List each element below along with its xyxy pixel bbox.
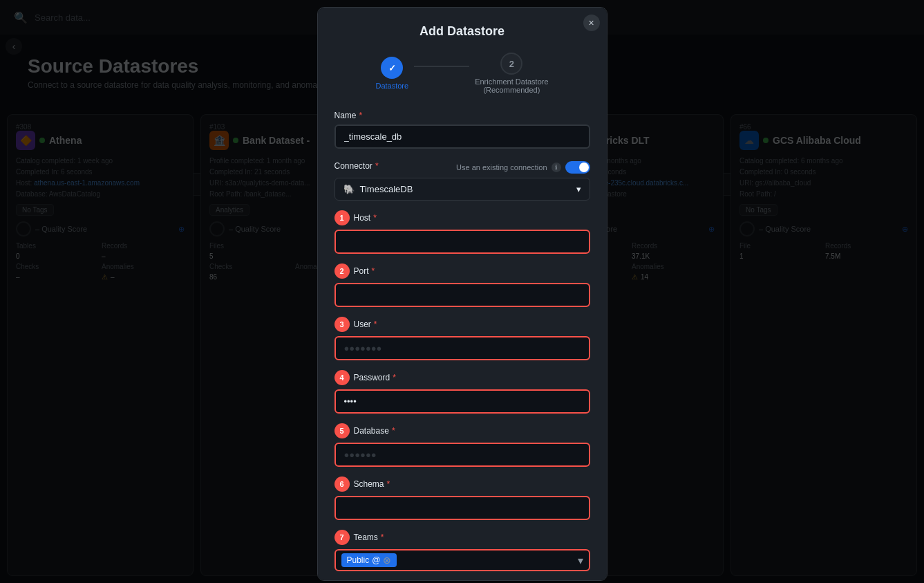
step-enrichment: 2 Enrichment Datastore(Recommended) — [475, 53, 548, 94]
connector-select[interactable]: 🐘 TimescaleDB ▾ — [334, 178, 590, 201]
user-field-group: 3 User * — [334, 317, 590, 360]
use-existing-connection: Use an existing connection ℹ — [456, 161, 590, 174]
name-input[interactable] — [334, 124, 590, 149]
connector-value: TimescaleDB — [360, 184, 413, 194]
close-icon: × — [588, 17, 594, 28]
schema-step-badge: 6 — [334, 476, 350, 492]
database-input[interactable] — [334, 443, 590, 467]
port-field-group: 2 Port * — [334, 263, 590, 307]
teams-dropdown-arrow[interactable]: ▾ — [578, 554, 583, 567]
step-line — [414, 66, 469, 67]
password-field-group: 4 Password * — [334, 370, 590, 414]
step-1-label: Datastore — [375, 82, 408, 90]
teams-chip-label: Public — [347, 555, 370, 565]
port-label: 2 Port * — [334, 263, 590, 279]
user-label: 3 User * — [334, 317, 590, 332]
modal-overlay: × Add Datastore ✓ Datastore 2 Enrichment… — [0, 0, 924, 583]
password-input[interactable] — [334, 389, 590, 414]
teams-chip-public: Public @ ⊗ — [341, 553, 397, 567]
teams-field-group: 7 Teams * Public @ ⊗ ▾ — [334, 530, 590, 571]
modal-close-button[interactable]: × — [583, 15, 600, 31]
step-1-circle: ✓ — [381, 57, 403, 79]
host-field-group: 1 Host * — [334, 210, 590, 254]
teams-chip-icon: @ — [372, 555, 380, 565]
use-existing-toggle[interactable] — [565, 161, 590, 174]
database-label: 5 Database * — [334, 423, 590, 438]
schema-label: 6 Schema * — [334, 476, 590, 492]
modal-title: Add Datastore — [334, 24, 590, 39]
user-input[interactable] — [334, 336, 590, 360]
info-icon: ℹ — [551, 163, 561, 172]
timescale-icon: 🐘 — [343, 184, 355, 194]
name-label: Name * — [334, 111, 590, 120]
port-step-badge: 2 — [334, 263, 350, 279]
port-input[interactable] — [334, 283, 590, 307]
step-datastore: ✓ Datastore — [375, 57, 408, 90]
database-step-badge: 5 — [334, 423, 350, 438]
name-field-group: Name * — [334, 111, 590, 149]
schema-field-group: 6 Schema * — [334, 476, 590, 520]
connector-label: Connector * — [334, 161, 379, 171]
connector-field-group: Connector * Use an existing connection ℹ… — [334, 158, 590, 201]
step-2-label: Enrichment Datastore(Recommended) — [475, 77, 548, 94]
host-label: 1 Host * — [334, 210, 590, 225]
password-label: 4 Password * — [334, 370, 590, 385]
password-step-badge: 4 — [334, 370, 350, 385]
database-field-group: 5 Database * — [334, 423, 590, 467]
add-datastore-modal: × Add Datastore ✓ Datastore 2 Enrichment… — [317, 7, 607, 581]
user-step-badge: 3 — [334, 317, 350, 332]
teams-step-badge: 7 — [334, 530, 350, 545]
step-2-circle: 2 — [500, 53, 522, 75]
dropdown-arrow-icon: ▾ — [576, 184, 581, 194]
host-step-badge: 1 — [334, 210, 350, 225]
host-input[interactable] — [334, 230, 590, 254]
teams-label: 7 Teams * — [334, 530, 590, 545]
teams-input[interactable]: Public @ ⊗ ▾ — [334, 549, 590, 571]
teams-chip-close[interactable]: ⊗ — [383, 555, 391, 566]
stepper: ✓ Datastore 2 Enrichment Datastore(Recom… — [334, 53, 590, 94]
schema-input[interactable] — [334, 496, 590, 520]
